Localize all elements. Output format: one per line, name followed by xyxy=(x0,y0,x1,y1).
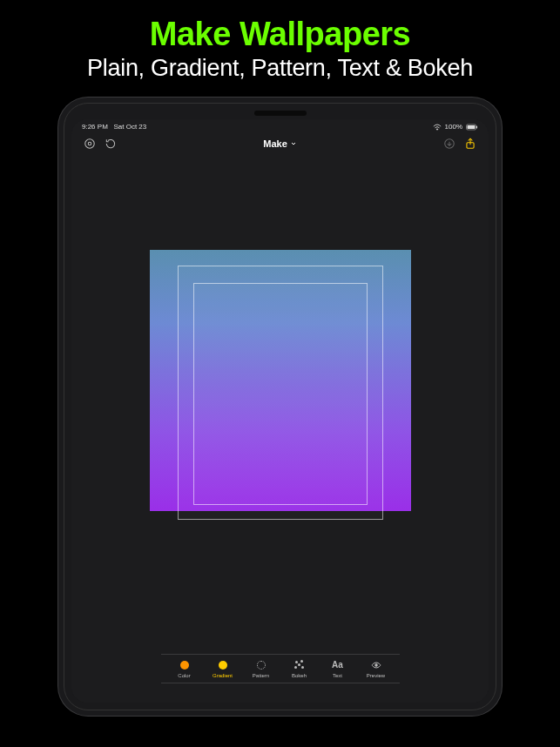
wallpaper-canvas[interactable] xyxy=(71,250,489,511)
crop-guide-inner xyxy=(193,283,368,505)
promo-title: Make Wallpapers xyxy=(0,16,560,53)
screen-title: Make xyxy=(263,138,287,149)
svg-point-4 xyxy=(85,139,95,149)
status-bar: 9:26 PM Sat Oct 23 100% xyxy=(71,119,489,131)
eye-icon xyxy=(371,660,381,670)
svg-point-5 xyxy=(88,142,91,145)
undo-icon[interactable] xyxy=(105,138,117,150)
text-aa-icon: Aa xyxy=(333,660,343,670)
svg-point-0 xyxy=(436,128,437,129)
pattern-icon xyxy=(256,660,267,670)
share-icon[interactable] xyxy=(464,138,476,150)
gradient-preview xyxy=(150,250,411,511)
settings-icon[interactable] xyxy=(84,138,96,150)
svg-point-8 xyxy=(374,664,377,667)
tab-text[interactable]: Aa Text xyxy=(327,660,349,678)
promo-subtitle: Plain, Gradient, Pattern, Text & Bokeh xyxy=(0,55,560,82)
status-left: 9:26 PM Sat Oct 23 xyxy=(82,123,146,131)
circle-icon xyxy=(179,660,190,670)
wifi-icon xyxy=(433,124,442,131)
ipad-frame: 9:26 PM Sat Oct 23 100% xyxy=(64,103,496,710)
app-screen: 9:26 PM Sat Oct 23 100% xyxy=(71,119,489,703)
tab-color[interactable]: Color xyxy=(173,660,196,678)
tab-label: Color xyxy=(178,673,190,678)
tab-label: Pattern xyxy=(253,673,269,678)
status-date: Sat Oct 23 xyxy=(113,123,146,131)
tab-pattern[interactable]: Pattern xyxy=(250,660,273,678)
status-battery-percent: 100% xyxy=(445,123,462,131)
tab-gradient[interactable]: Gradient xyxy=(212,660,234,678)
svg-rect-2 xyxy=(468,125,476,129)
svg-rect-3 xyxy=(476,125,477,128)
tab-bokeh[interactable]: Bokeh xyxy=(288,660,311,678)
status-time: 9:26 PM xyxy=(82,123,108,131)
tab-label: Bokeh xyxy=(292,673,307,678)
circle-icon xyxy=(218,660,228,670)
tab-label: Gradient xyxy=(213,673,233,678)
tab-label: Text xyxy=(333,673,342,678)
status-right: 100% xyxy=(433,123,478,131)
tab-label: Preview xyxy=(367,673,385,678)
save-icon[interactable] xyxy=(443,138,455,150)
app-toolbar: Make xyxy=(71,131,489,153)
bokeh-icon xyxy=(294,660,305,670)
bottom-toolbar: Color Gradient Pattern xyxy=(71,654,489,683)
screen-title-button[interactable]: Make xyxy=(263,138,297,149)
battery-icon xyxy=(466,124,478,131)
tab-preview[interactable]: Preview xyxy=(365,660,388,678)
chevron-down-icon xyxy=(290,140,297,147)
